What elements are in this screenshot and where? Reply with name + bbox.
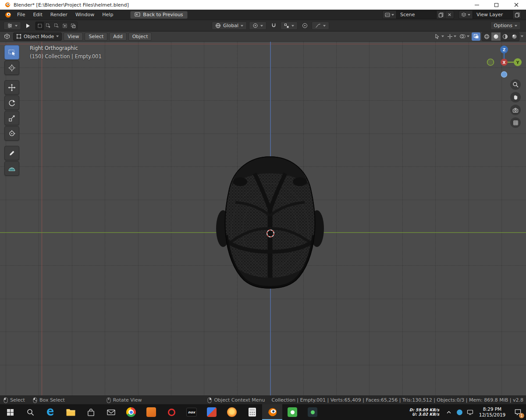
- view-layer-name-field[interactable]: View Layer: [473, 11, 513, 19]
- scene-name-field[interactable]: Scene: [396, 11, 437, 19]
- taskbar-app-blue[interactable]: [202, 404, 222, 420]
- object-visibility-dropdown[interactable]: [434, 32, 445, 41]
- snap-toggle-button[interactable]: [269, 21, 278, 30]
- pan-button[interactable]: [510, 92, 521, 102]
- toggle-ortho-button[interactable]: [510, 117, 521, 128]
- tool-cursor[interactable]: [4, 60, 19, 75]
- menu-view[interactable]: View: [64, 32, 83, 41]
- options-dropdown[interactable]: Options: [490, 21, 521, 30]
- tool-scale[interactable]: [4, 111, 19, 125]
- tray-chevron-button[interactable]: [444, 404, 454, 420]
- unlink-scene-button[interactable]: [445, 11, 454, 19]
- select-mode-set-button[interactable]: [36, 22, 44, 30]
- taskbar-edge[interactable]: [40, 404, 60, 420]
- view-layer-browse-button[interactable]: [458, 11, 473, 19]
- taskbar-search-button[interactable]: [20, 404, 40, 420]
- box-select-tool-icon[interactable]: [23, 21, 33, 30]
- windows-taskbar: nox: [0, 404, 526, 420]
- view-label: Right Orthographic: [30, 45, 78, 51]
- taskbar-app-flame[interactable]: [222, 404, 242, 420]
- taskbar-chrome[interactable]: [121, 404, 141, 420]
- taskbar-calculator[interactable]: [242, 404, 262, 420]
- close-button[interactable]: [506, 0, 526, 10]
- overlays-dropdown[interactable]: [458, 32, 470, 41]
- proportional-falloff-dropdown[interactable]: [312, 21, 329, 30]
- shading-solid-button[interactable]: [491, 32, 501, 41]
- blender-menu-icon[interactable]: [4, 11, 11, 18]
- shading-wireframe-button[interactable]: [482, 32, 491, 41]
- taskbar-blender[interactable]: [262, 404, 282, 420]
- gizmos-dropdown[interactable]: [446, 32, 457, 41]
- tool-move[interactable]: [4, 80, 19, 95]
- select-mode-intersect-button[interactable]: [69, 22, 77, 30]
- blender-logo-icon[interactable]: [4, 2, 11, 8]
- taskbar-store[interactable]: [81, 404, 101, 420]
- back-to-previous-button[interactable]: Back to Previous: [130, 11, 187, 19]
- maximize-button[interactable]: [487, 0, 506, 10]
- material-sphere-icon: [502, 34, 508, 39]
- snap-target-dropdown[interactable]: [281, 21, 298, 30]
- wireframe-sphere-icon: [484, 34, 490, 39]
- scene-browse-button[interactable]: [382, 11, 396, 19]
- view-layer-selector: View Layer: [458, 11, 522, 19]
- menu-object[interactable]: Object: [128, 32, 152, 41]
- menu-add[interactable]: Add: [109, 32, 126, 41]
- upload-label: U:: [412, 412, 417, 416]
- camera-icon: [512, 107, 519, 113]
- tray-icon-2[interactable]: [465, 404, 475, 420]
- shading-material-button[interactable]: [501, 32, 510, 41]
- shading-rendered-button[interactable]: [510, 32, 519, 41]
- taskbar-app-green[interactable]: [282, 404, 302, 420]
- menu-window[interactable]: Window: [71, 10, 98, 20]
- select-mode-invert-button[interactable]: [60, 22, 69, 30]
- start-button[interactable]: [0, 404, 20, 420]
- tool-rotate[interactable]: [4, 95, 19, 110]
- taskbar-app-dark[interactable]: [302, 404, 323, 420]
- new-view-layer-button[interactable]: [513, 11, 522, 19]
- camera-view-button[interactable]: [510, 105, 521, 115]
- tool-transform[interactable]: [4, 126, 19, 141]
- select-mode-subtract-button[interactable]: [52, 22, 60, 30]
- editor-type-button[interactable]: [3, 32, 11, 41]
- z-axis-negative-ball[interactable]: [501, 72, 507, 78]
- taskbar-file-explorer[interactable]: [60, 404, 81, 420]
- new-scene-button[interactable]: [437, 11, 445, 19]
- cursor-tool-icon: [8, 64, 16, 72]
- mode-dropdown[interactable]: Object Mode: [13, 32, 62, 41]
- menu-help[interactable]: Help: [98, 10, 117, 20]
- guide-line-horizontal: [0, 44, 526, 44]
- minimize-button[interactable]: [467, 0, 487, 10]
- chevron-down-icon: [454, 35, 456, 37]
- tool-settings-bar: Global: [0, 20, 526, 32]
- dark-app-icon: [308, 407, 317, 417]
- action-center-button[interactable]: 1: [509, 404, 526, 420]
- navigation-gizmo[interactable]: Z Y X: [486, 45, 522, 81]
- proportional-editing-toggle[interactable]: [300, 21, 309, 30]
- taskbar-clock[interactable]: 8:29 PM 12/15/2019: [479, 406, 506, 418]
- transform-orientation-dropdown[interactable]: Global: [212, 21, 247, 30]
- zoom-button[interactable]: [510, 79, 521, 90]
- pivot-point-dropdown[interactable]: [249, 21, 267, 30]
- shading-dropdown-chevron[interactable]: [521, 35, 523, 37]
- viewport-canvas[interactable]: Right Orthographic (150) Collection | Em…: [0, 42, 526, 395]
- menu-file[interactable]: File: [13, 10, 29, 20]
- x-axis-label: X: [503, 60, 506, 65]
- menu-render[interactable]: Render: [46, 10, 71, 20]
- y-axis-negative-ball[interactable]: [487, 59, 494, 66]
- taskbar-app-orange[interactable]: [141, 404, 161, 420]
- xray-toggle-button[interactable]: [472, 32, 480, 41]
- active-tool-dropdown[interactable]: [4, 21, 21, 30]
- taskbar-mail[interactable]: [101, 404, 121, 420]
- close-x-icon: [448, 13, 451, 17]
- tool-measure[interactable]: [4, 161, 19, 176]
- tool-annotate[interactable]: [4, 146, 19, 160]
- taskbar-nox[interactable]: nox: [181, 404, 202, 420]
- helmet-model[interactable]: [213, 154, 327, 290]
- menu-edit[interactable]: Edit: [29, 10, 46, 20]
- tool-settings-center: Global: [212, 20, 329, 31]
- select-mode-extend-button[interactable]: [44, 22, 52, 30]
- menu-select[interactable]: Select: [85, 32, 107, 41]
- tray-icon-1[interactable]: [454, 404, 465, 420]
- tool-box-select[interactable]: [4, 45, 19, 60]
- taskbar-opera[interactable]: [161, 404, 181, 420]
